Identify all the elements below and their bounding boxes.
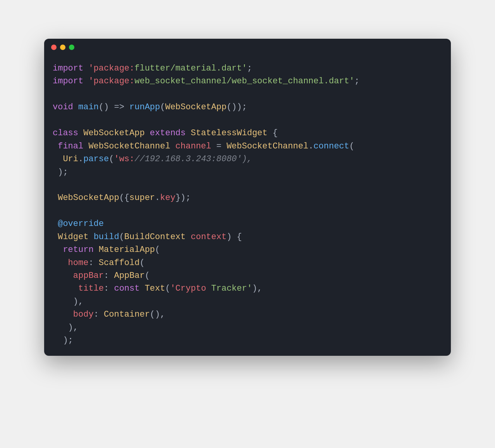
code-token: connect	[313, 141, 349, 151]
code-token: });	[175, 193, 191, 203]
code-line: home: Scaffold(	[53, 257, 442, 269]
code-token: Uri	[63, 154, 78, 164]
code-token: () =>	[99, 102, 129, 112]
code-token: (	[160, 102, 165, 112]
code-token: ());	[227, 102, 247, 112]
code-token: WebSocketApp	[83, 128, 150, 138]
code-token: {	[273, 128, 278, 138]
code-token: 'package:	[88, 64, 134, 73]
code-line: Widget build(BuildContext context) {	[53, 231, 442, 243]
code-token: ),	[252, 284, 262, 293]
code-token: :	[88, 258, 98, 268]
code-line: );	[53, 166, 442, 179]
code-token	[53, 271, 73, 281]
code-token: build	[94, 232, 119, 242]
code-token: StatelessWidget	[191, 128, 272, 138]
code-token	[53, 284, 78, 293]
code-token: ;	[247, 64, 252, 73]
code-line	[53, 205, 442, 217]
code-token: ),	[53, 297, 83, 307]
code-token: Scaffold	[99, 258, 140, 268]
code-token	[53, 232, 58, 242]
code-token: import	[53, 76, 88, 86]
code-line: import 'package:web_socket_channel/web_s…	[53, 75, 442, 88]
code-line: class WebSocketApp extends StatelessWidg…	[53, 127, 442, 140]
code-line	[53, 179, 442, 191]
code-line	[53, 88, 442, 101]
code-token: WebSocketApp	[58, 193, 119, 203]
code-token: home	[68, 258, 89, 268]
code-token: AppBar	[114, 271, 144, 281]
code-token: runApp	[129, 102, 160, 112]
code-token: :	[104, 271, 114, 281]
close-icon[interactable]	[51, 45, 57, 50]
code-token: );	[53, 167, 68, 177]
code-token: );	[53, 336, 73, 345]
code-token: MaterialApp	[99, 245, 155, 255]
code-line: import 'package:flutter/material.dart';	[53, 62, 442, 75]
code-token: (),	[150, 310, 165, 319]
code-token: class	[53, 128, 83, 138]
code-token: Widget	[58, 232, 93, 242]
code-token: (	[139, 258, 144, 268]
code-token: const	[114, 284, 144, 293]
code-token	[53, 245, 63, 255]
code-token: context	[191, 232, 226, 242]
code-line: @override	[53, 217, 442, 230]
code-token: super	[129, 193, 155, 203]
code-token: ),	[53, 323, 78, 333]
code-token: Tracker'	[206, 284, 252, 293]
code-token	[53, 154, 63, 164]
code-token	[53, 310, 73, 319]
maximize-icon[interactable]	[69, 45, 74, 50]
code-token: final	[58, 141, 88, 151]
code-token: (	[349, 141, 354, 151]
code-token: appBar	[73, 271, 104, 281]
code-token: web_socket_channel/web_socket_channel.da…	[134, 76, 354, 86]
code-token: (	[155, 245, 160, 255]
code-line: body: Container(),	[53, 308, 442, 321]
code-token: (	[145, 271, 150, 281]
code-token	[53, 258, 68, 268]
code-line: void main() => runApp(WebSocketApp());	[53, 101, 442, 114]
code-token: WebSocketChannel	[88, 141, 175, 151]
code-token: 'package:	[88, 76, 134, 86]
code-token: body	[73, 310, 94, 319]
code-token: 'Crypto	[170, 284, 206, 293]
code-token: (	[119, 232, 124, 242]
code-token: void	[53, 102, 78, 112]
code-token: ({	[119, 193, 129, 203]
code-token	[53, 193, 58, 203]
code-token: (	[165, 284, 170, 293]
code-token: flutter/material.dart'	[134, 64, 247, 73]
code-token: .	[308, 141, 313, 151]
code-line: return MaterialApp(	[53, 243, 442, 256]
code-line: WebSocketApp({super.key});	[53, 191, 442, 204]
code-token	[53, 141, 58, 151]
code-token: parse	[83, 154, 109, 164]
code-token: .	[78, 154, 83, 164]
code-token: //192.168.3.243:8080'),	[134, 154, 252, 164]
code-line: final WebSocketChannel channel = WebSock…	[53, 140, 442, 153]
code-token: :	[94, 310, 104, 319]
code-token: (	[109, 154, 114, 164]
minimize-icon[interactable]	[60, 45, 65, 50]
code-token: ) {	[227, 232, 242, 242]
code-editor-content: import 'package:flutter/material.dart';i…	[44, 56, 451, 356]
code-token: 'ws:	[114, 154, 134, 164]
code-token: channel	[175, 141, 217, 151]
code-token: ;	[354, 76, 359, 86]
code-line: );	[53, 334, 442, 347]
code-token: return	[63, 245, 98, 255]
code-token: import	[53, 64, 88, 73]
code-token: =	[216, 141, 226, 151]
code-token: :	[104, 284, 114, 293]
code-token: WebSocketApp	[165, 102, 226, 112]
code-line: Uri.parse('ws://192.168.3.243:8080'),	[53, 153, 442, 165]
code-token: @override	[58, 219, 104, 229]
code-token: BuildContext	[124, 232, 191, 242]
code-token: key	[160, 193, 175, 203]
code-token: Text	[145, 284, 165, 293]
code-token: main	[78, 102, 99, 112]
code-token: Container	[104, 310, 150, 319]
